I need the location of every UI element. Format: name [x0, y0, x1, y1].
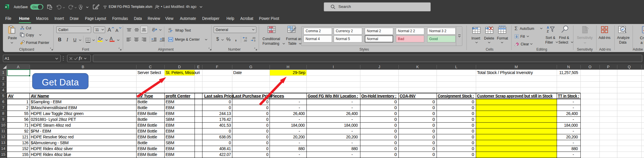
- svg-text:Z: Z: [547, 30, 549, 33]
- svg-text:A: A: [547, 26, 549, 29]
- svg-text:0: 0: [254, 39, 255, 42]
- svg-text:X: X: [5, 6, 7, 8]
- svg-text:.00: .00: [243, 39, 247, 42]
